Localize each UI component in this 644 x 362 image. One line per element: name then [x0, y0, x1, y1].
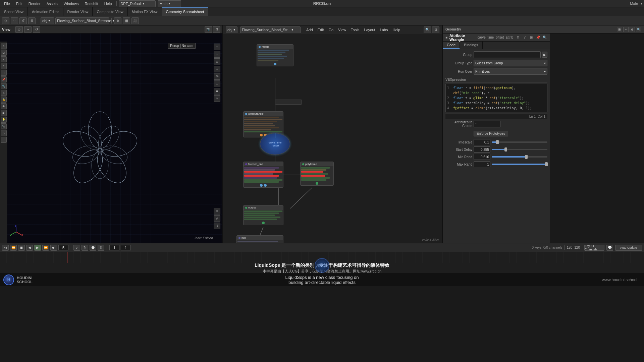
ne-settings[interactable]: ⚙ — [432, 26, 439, 33]
tab-composite-view[interactable]: Composite View — [93, 7, 127, 16]
vp-rotate[interactable]: ↺ — [33, 26, 40, 33]
ne-search[interactable]: 🔍 — [424, 26, 431, 33]
tool-rotate[interactable]: ↺ — [19, 17, 27, 24]
attrib-pin-icon[interactable]: 📌 — [535, 35, 541, 40]
ne-menu-labs[interactable]: Labs — [378, 27, 390, 33]
lt-rotate[interactable]: R — [1, 56, 7, 62]
tl-realtime[interactable]: ⌚ — [90, 245, 96, 251]
tab-code[interactable]: Code — [443, 42, 460, 49]
tab-geometry-spreadsheet[interactable]: Geometry Spreadsheet — [162, 7, 209, 16]
menu-item-file[interactable]: File — [1, 1, 13, 6]
vp-wire[interactable]: □ — [214, 80, 220, 87]
lt-anim[interactable]: ~ — [1, 137, 7, 143]
lt-scale[interactable]: E — [1, 63, 7, 69]
vp-move[interactable]: ↔ — [24, 26, 32, 33]
tl-stop[interactable]: ⏹ — [18, 245, 25, 251]
lt-handle[interactable]: H — [1, 70, 7, 76]
menu-item-render[interactable]: Render — [26, 1, 43, 6]
menu-item-help[interactable]: Help — [102, 1, 115, 6]
tl-prev-keyframe[interactable]: ⏪ — [10, 245, 17, 251]
tab-add-button[interactable]: + — [208, 7, 216, 16]
tool-snap[interactable]: ⊕ — [114, 17, 121, 24]
node-group-bottom2[interactable]: null — [236, 235, 283, 243]
viewport-canvas[interactable]: S M R E H 📌 🔧 G 🔒 👁 ◼ 💡 📷 ▷ ~ — [0, 34, 222, 243]
attrib-help-icon[interactable]: ? — [522, 35, 527, 40]
node-group-top[interactable]: merge — [257, 44, 293, 66]
lt-group[interactable]: G — [1, 90, 7, 96]
tab-render-view[interactable]: Render View — [63, 7, 93, 16]
param-timescale-slider[interactable] — [492, 141, 547, 143]
param-start-delay-slider[interactable] — [492, 149, 547, 150]
param-min-rand-input[interactable] — [474, 154, 490, 160]
attrib-expand-icon[interactable]: ⊞ — [529, 35, 534, 40]
vp-snap[interactable]: ⊕ — [214, 208, 220, 215]
ne-menu-view[interactable]: View — [336, 27, 348, 33]
param-max-rand-input[interactable] — [474, 161, 490, 167]
lt-move[interactable]: M — [1, 50, 7, 56]
attrs-create-input[interactable] — [474, 121, 500, 127]
tl-last-frame[interactable]: ⏭ — [50, 245, 57, 251]
enforce-prototypes-btn[interactable]: Enforce Prototypes — [474, 131, 508, 136]
ne-menu-help[interactable]: Help — [391, 27, 402, 33]
group-input[interactable] — [474, 51, 541, 58]
lt-eye[interactable]: 👁 — [1, 103, 7, 109]
tl-first-frame[interactable]: ⏮ — [2, 245, 9, 251]
node-selected-carve[interactable]: carve_time_offset — [260, 133, 290, 155]
tool-render[interactable]: ▦ — [123, 17, 130, 24]
geo-btn3[interactable]: ⊕ — [630, 27, 635, 32]
frame-end-box[interactable]: 1 — [121, 245, 131, 250]
vp-zoom-out[interactable]: - — [214, 51, 220, 58]
vp-grid[interactable]: # — [214, 215, 220, 222]
tool-scale[interactable]: ⊞ — [28, 17, 36, 24]
group-arrow-btn[interactable]: ▶ — [542, 52, 547, 58]
tool-move[interactable]: ↔ — [11, 17, 18, 24]
tl-play[interactable]: ▶ — [34, 245, 41, 251]
vp-look[interactable]: 👁 — [214, 73, 220, 80]
ne-menu-edit[interactable]: Edit — [316, 27, 326, 33]
tl-chat-icon[interactable]: 💬 — [606, 245, 613, 251]
frame-start-box[interactable]: 1 — [109, 245, 119, 250]
vp-light[interactable]: ☀ — [214, 95, 220, 102]
node-group-right[interactable]: polyframe — [300, 162, 334, 186]
tool-select[interactable]: ◇ — [2, 17, 9, 24]
menu-item-edit[interactable]: Edit — [13, 1, 25, 6]
lt-pin[interactable]: 📌 — [1, 76, 7, 82]
param-min-rand-slider[interactable] — [492, 156, 547, 158]
ne-path-dropdown[interactable]: Flowing_Surface_Blood_Str...▾ — [240, 26, 301, 33]
current-frame-display[interactable]: 5 — [58, 245, 68, 250]
lt-geo[interactable]: ◼ — [1, 110, 7, 116]
menu-item-windows[interactable]: Windows — [61, 1, 82, 6]
lt-render[interactable]: ▷ — [1, 130, 7, 136]
run-over-dropdown[interactable]: Primitives▾ — [474, 68, 547, 75]
vp-home[interactable]: ⌂ — [214, 66, 220, 72]
lt-select[interactable]: S — [1, 43, 7, 49]
tl-audio[interactable]: ♪ — [73, 245, 80, 251]
ne-obj-dropdown[interactable]: obj▾ — [226, 26, 237, 33]
lt-cam[interactable]: 📷 — [1, 123, 7, 129]
workspace-dropdown[interactable]: Main▾ — [158, 0, 181, 7]
param-timescale-input[interactable] — [474, 139, 490, 145]
obj-dropdown[interactable]: obj▾ — [41, 17, 54, 24]
geo-btn2[interactable]: ≡ — [623, 27, 629, 32]
group-type-dropdown[interactable]: Guess from Group▾ — [474, 60, 547, 66]
vp-info[interactable]: ℹ — [214, 223, 220, 229]
ne-menu-add[interactable]: Add — [305, 27, 315, 33]
tl-next-keyframe[interactable]: ⏩ — [42, 245, 49, 251]
vp-settings[interactable]: ⚙ — [213, 26, 220, 33]
vp-shade[interactable]: ■ — [214, 88, 220, 95]
vex-editor[interactable]: 1 float r = fit01(rand(@primnum), chf("m… — [445, 84, 547, 112]
tool-camera[interactable]: 🎥 — [131, 17, 139, 24]
node-group-bot[interactable]: output — [243, 205, 283, 225]
geo-btn1[interactable]: ⊞ — [617, 27, 622, 32]
tl-auto-update[interactable]: Auto Update — [615, 245, 642, 251]
menu-item-assets[interactable]: Assets — [44, 1, 60, 6]
vp-select[interactable]: ◇ — [15, 26, 23, 33]
attrib-search-icon[interactable]: 🔍 — [542, 35, 547, 40]
ne-menu-go[interactable]: Go — [327, 27, 335, 33]
ne-menu-tools[interactable]: Tools — [349, 27, 361, 33]
tl-key-all-icon[interactable]: Key All Channels — [584, 245, 604, 251]
project-dropdown[interactable]: DPT_Default▾ — [119, 0, 156, 7]
param-max-rand-slider[interactable] — [492, 164, 547, 165]
ne-menu-layout[interactable]: Layout — [363, 27, 377, 33]
vp-fit[interactable]: ⊞ — [214, 58, 220, 65]
